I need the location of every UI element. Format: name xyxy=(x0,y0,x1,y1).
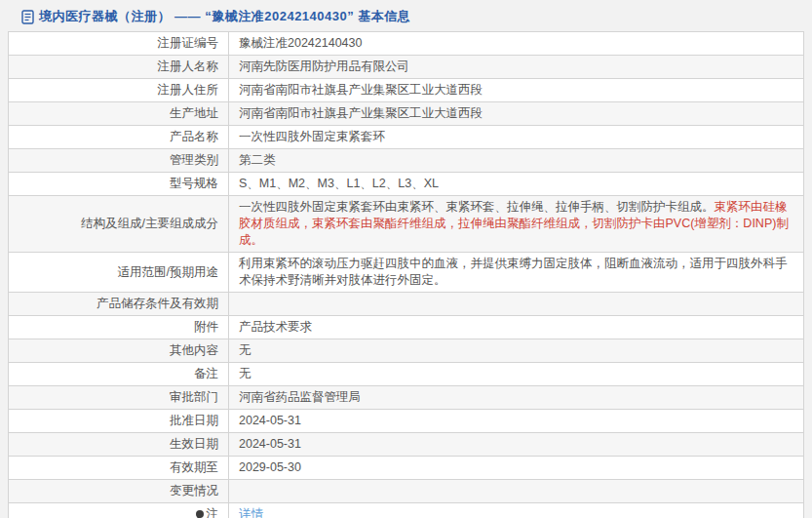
row-label-cell: 注册证编号 xyxy=(9,32,229,56)
row-label-cell: 型号规格 xyxy=(9,173,229,196)
row-value-cell: 河南省南阳市社旗县产业集聚区工业大道西段 xyxy=(229,79,804,102)
info-table: 注册证编号豫械注准20242140430注册人名称河南先防医用防护用品有限公司注… xyxy=(8,31,804,518)
row-label-cell: 审批部门 xyxy=(9,386,229,410)
row-label-cell: 产品名称 xyxy=(9,126,229,149)
row-label-cell: 适用范围/预期用途 xyxy=(9,253,229,293)
row-label-cell: 变更情况 xyxy=(9,480,229,503)
table-row: 附件产品技术要求 xyxy=(9,316,804,339)
row-value-cell: 详情 xyxy=(229,503,804,518)
row-value: 2029-05-30 xyxy=(239,460,301,474)
page-title: 境内医疗器械（注册） —— “豫械注准20242140430” 基本信息 xyxy=(39,8,410,25)
table-row: 变更情况 xyxy=(9,480,804,503)
row-value: 2024-05-31 xyxy=(239,414,301,427)
row-label: 结构及组成/主要组成成分 xyxy=(81,217,218,230)
row-value: 豫械注准20242140430 xyxy=(239,36,362,50)
row-label: 注 xyxy=(207,507,219,518)
row-value-cell: 产品技术要求 xyxy=(229,316,804,339)
detail-link[interactable]: 详情 xyxy=(239,507,263,518)
row-value-cell: S、M1、M2、M3、L1、L2、L3、XL xyxy=(229,173,804,196)
table-row: 注册证编号豫械注准20242140430 xyxy=(9,32,804,56)
row-value: 一次性四肢外固定束紧套环 xyxy=(239,130,385,143)
row-value-cell xyxy=(229,293,804,316)
row-label: 适用范围/预期用途 xyxy=(118,265,218,279)
row-label-cell: 注 xyxy=(9,503,229,518)
row-value-cell: 一次性四肢外固定束紧套环由束紧环、束紧环套、拉伸绳、拉伸手柄、切割防护卡组成。束… xyxy=(229,196,804,253)
row-value-cell: 2029-05-30 xyxy=(229,457,804,480)
row-value: S、M1、M2、M3、L1、L2、L3、XL xyxy=(239,177,439,190)
row-value-cell: 河南先防医用防护用品有限公司 xyxy=(229,56,804,79)
row-value: 河南省南阳市社旗县产业集聚区工业大道西段 xyxy=(239,106,483,120)
row-value-cell xyxy=(229,480,804,503)
row-value: 河南省药品监督管理局 xyxy=(239,390,361,404)
row-label: 审批部门 xyxy=(170,390,218,404)
row-label-cell: 管理类别 xyxy=(9,149,229,173)
row-value: 无 xyxy=(239,367,251,380)
table-row: 适用范围/预期用途利用束紧环的滚动压力驱赶四肢中的血液，并提供束缚力固定肢体，阻… xyxy=(9,253,804,293)
row-label: 批准日期 xyxy=(170,414,218,427)
row-label-cell: 附件 xyxy=(9,316,229,339)
row-label-cell: 批准日期 xyxy=(9,410,229,433)
row-label: 变更情况 xyxy=(170,484,218,498)
row-label-cell: 结构及组成/主要组成成分 xyxy=(9,196,229,253)
row-value: 产品技术要求 xyxy=(239,320,312,334)
table-row: 备注无 xyxy=(9,363,804,386)
row-value: 第二类 xyxy=(239,153,276,167)
table-row: 注详情 xyxy=(9,503,804,518)
table-row: 管理类别第二类 xyxy=(9,149,804,173)
table-row: 结构及组成/主要组成成分一次性四肢外固定束紧套环由束紧环、束紧环套、拉伸绳、拉伸… xyxy=(9,196,804,253)
row-label: 注册人名称 xyxy=(158,60,219,73)
row-label: 产品名称 xyxy=(170,130,218,143)
table-row: 其他内容无 xyxy=(9,339,804,363)
table-row: 产品储存条件及有效期 xyxy=(9,293,804,316)
row-label: 注册人住所 xyxy=(158,83,219,97)
table-row: 有效期至2029-05-30 xyxy=(9,457,804,480)
row-value: 河南先防医用防护用品有限公司 xyxy=(239,60,409,73)
row-label: 其他内容 xyxy=(170,343,218,357)
row-label: 产品储存条件及有效期 xyxy=(97,297,218,310)
row-value: 无 xyxy=(239,343,251,357)
table-row: 型号规格S、M1、M2、M3、L1、L2、L3、XL xyxy=(9,173,804,196)
note-icon xyxy=(196,510,204,518)
row-label-cell: 其他内容 xyxy=(9,339,229,363)
table-row: 产品名称一次性四肢外固定束紧套环 xyxy=(9,126,804,149)
row-value-cell: 第二类 xyxy=(229,149,804,173)
table-row: 审批部门河南省药品监督管理局 xyxy=(9,386,804,410)
row-value-cell: 豫械注准20242140430 xyxy=(229,32,804,56)
row-label-cell: 注册人名称 xyxy=(9,56,229,79)
row-label: 型号规格 xyxy=(170,177,218,190)
row-label: 生产地址 xyxy=(170,106,218,120)
row-value-cell: 河南省南阳市社旗县产业集聚区工业大道西段 xyxy=(229,102,804,126)
table-row: 注册人住所河南省南阳市社旗县产业集聚区工业大道西段 xyxy=(9,79,804,102)
row-value-cell: 一次性四肢外固定束紧套环 xyxy=(229,126,804,149)
document-icon xyxy=(21,10,34,24)
row-value: 2024-05-31 xyxy=(239,437,301,451)
row-label: 有效期至 xyxy=(170,460,218,474)
row-value-cell: 无 xyxy=(229,363,804,386)
page-header: 境内医疗器械（注册） —— “豫械注准20242140430” 基本信息 xyxy=(0,0,812,31)
row-value-cell: 无 xyxy=(229,339,804,363)
row-label: 管理类别 xyxy=(170,153,218,167)
row-label-cell: 注册人住所 xyxy=(9,79,229,102)
row-label-cell: 备注 xyxy=(9,363,229,386)
row-label-cell: 产品储存条件及有效期 xyxy=(9,293,229,316)
row-value-cell: 2024-05-31 xyxy=(229,410,804,433)
row-label-cell: 有效期至 xyxy=(9,457,229,480)
row-label-cell: 生效日期 xyxy=(9,433,229,457)
row-label-cell: 生产地址 xyxy=(9,102,229,126)
row-value: 一次性四肢外固定束紧套环由束紧环、束紧环套、拉伸绳、拉伸手柄、切割防护卡组成。 xyxy=(239,200,715,214)
row-value: 利用束紧环的滚动压力驱赶四肢中的血液，并提供束缚力固定肢体，阻断血液流动，适用于… xyxy=(239,257,788,287)
table-row: 生效日期2024-05-31 xyxy=(9,433,804,457)
row-label: 生效日期 xyxy=(170,437,218,451)
row-value: 河南省南阳市社旗县产业集聚区工业大道西段 xyxy=(239,83,483,97)
table-row: 注册人名称河南先防医用防护用品有限公司 xyxy=(9,56,804,79)
row-label: 注册证编号 xyxy=(158,36,219,50)
info-table-body: 注册证编号豫械注准20242140430注册人名称河南先防医用防护用品有限公司注… xyxy=(9,32,804,518)
table-row: 生产地址河南省南阳市社旗县产业集聚区工业大道西段 xyxy=(9,102,804,126)
row-value-cell: 利用束紧环的滚动压力驱赶四肢中的血液，并提供束缚力固定肢体，阻断血液流动，适用于… xyxy=(229,253,804,293)
row-value-cell: 2024-05-31 xyxy=(229,433,804,457)
row-label: 附件 xyxy=(194,320,218,334)
row-value-cell: 河南省药品监督管理局 xyxy=(229,386,804,410)
row-label: 备注 xyxy=(194,367,218,380)
table-row: 批准日期2024-05-31 xyxy=(9,410,804,433)
